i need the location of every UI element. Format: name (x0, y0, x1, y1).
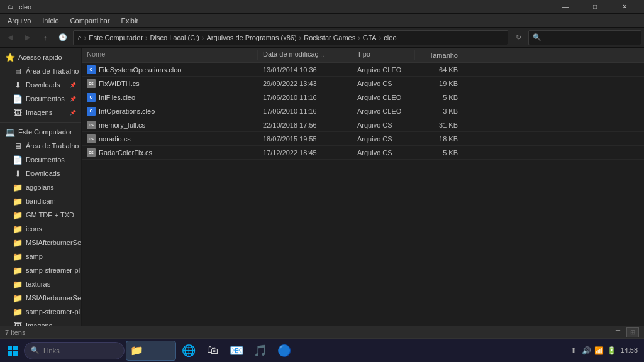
sidebar-pc-item-5[interactable]: 📁 GM TDE + TXD (0, 208, 81, 222)
breadcrumb-5[interactable]: GTA (363, 34, 377, 41)
menu-inicio[interactable]: Início (37, 16, 64, 26)
sidebar-quick-access-0[interactable]: 🖥 Área de Trabalho 📌 (0, 64, 81, 78)
sidebar-pc-item-11[interactable]: 📁 MSIAfterburnerSet (0, 291, 81, 305)
sidebar-pc-label-1: Documentos (26, 156, 65, 163)
sidebar-icon-1: ⬇ (13, 80, 23, 90)
search-box[interactable]: 🔍 (528, 30, 641, 45)
maximize-button[interactable]: □ (580, 0, 609, 14)
breadcrumb-2[interactable]: Disco Local (C:) (150, 34, 199, 41)
sidebar-pc-item-7[interactable]: 📁 MSIAfterburnerSet (0, 236, 81, 250)
tray-network-icon[interactable]: ⬆ (569, 346, 579, 356)
list-view-button[interactable]: ☰ (611, 327, 624, 337)
sidebar-pc-icon-1: 📄 (13, 155, 23, 165)
file-size-2: 5 KB (415, 94, 465, 101)
tray-wifi-icon[interactable]: 📶 (594, 346, 604, 356)
taskbar-edge-button[interactable]: 🌐 (177, 341, 200, 361)
taskbar-mail-button[interactable]: 📧 (225, 341, 248, 361)
menu-arquivo[interactable]: Arquivo (3, 16, 36, 26)
taskbar-spotify-button[interactable]: 🎵 (249, 341, 272, 361)
breadcrumb-home[interactable]: ⌂ (77, 34, 82, 41)
tray-battery-icon[interactable]: 🔋 (606, 346, 616, 356)
sidebar-pc-icon-9: 📁 (13, 265, 23, 275)
file-type-1: Arquivo CS (352, 80, 415, 87)
tray-volume-icon[interactable]: 🔊 (581, 346, 591, 356)
sidebar-label-3: Imagens (26, 109, 52, 116)
toolbar: ◀ ▶ ↑ 🕒 ⌂ › Este Computador › Disco Loca… (0, 28, 644, 48)
search-icon: 🔍 (533, 33, 541, 41)
sidebar-item-this-pc[interactable]: 💻 Este Computador (0, 125, 81, 139)
sidebar-pc-item-9[interactable]: 📁 samp-streamer-pl (0, 263, 81, 277)
file-type-icon-6: cs (87, 148, 96, 157)
col-header-name[interactable]: Nome (82, 50, 258, 60)
file-name-3: C IntOperations.cleo (82, 107, 258, 116)
pin-icon: 📌 (70, 82, 76, 88)
sidebar-pc-item-12[interactable]: 📁 samp-streamer-pl (0, 305, 81, 319)
explorer-icon: 📁 (130, 344, 143, 357)
breadcrumb-3[interactable]: Arquivos de Programas (x86) (207, 34, 297, 41)
minimize-button[interactable]: — (551, 0, 580, 14)
menu-compartilhar[interactable]: Compartilhar (65, 16, 115, 26)
sidebar-pc-item-3[interactable]: 📁 aggplans (0, 180, 81, 194)
table-row[interactable]: cs memory_full.cs 22/10/2018 17:56 Arqui… (82, 118, 644, 132)
file-name-0: C FileSystemOperations.cleo (82, 65, 258, 74)
file-type-3: Arquivo CLEO (352, 107, 415, 115)
table-row[interactable]: C FileSystemOperations.cleo 13/01/2014 1… (82, 63, 644, 77)
file-date-2: 17/06/2010 11:16 (258, 94, 352, 101)
sidebar-quick-access-3[interactable]: 🖼 Imagens 📌 (0, 106, 81, 119)
taskbar-clock[interactable]: 14:58 (620, 346, 638, 354)
col-header-size[interactable]: Tamanho (415, 52, 465, 59)
sidebar-pc-item-1[interactable]: 📄 Documentos (0, 153, 81, 167)
breadcrumb-1[interactable]: Este Computador (89, 34, 143, 41)
quick-access-icon: ⭐ (5, 52, 15, 62)
sidebar-label-1: Downloads (26, 81, 60, 89)
sidebar-pc-item-10[interactable]: 📁 texturas (0, 277, 81, 291)
sidebar-divider (0, 122, 81, 123)
address-bar[interactable]: ⌂ › Este Computador › Disco Local (C:) ›… (73, 30, 508, 45)
up-button[interactable]: ↑ (38, 30, 53, 45)
sidebar-pc-label-6: icons (26, 225, 42, 233)
sidebar-pc-icon-5: 📁 (13, 210, 23, 220)
table-row[interactable]: C IntOperations.cleo 17/06/2010 11:16 Ar… (82, 104, 644, 118)
sidebar-pc-item-4[interactable]: 📁 bandicam (0, 194, 81, 208)
grid-view-button[interactable]: ⊞ (626, 327, 639, 337)
sidebar-pc-label-4: bandicam (26, 197, 56, 205)
sidebar-quick-access-1[interactable]: ⬇ Downloads 📌 (0, 78, 81, 92)
table-row[interactable]: C IniFiles.cleo 17/06/2010 11:16 Arquivo… (82, 90, 644, 104)
sidebar-icon-3: 🖼 (13, 107, 23, 118)
file-date-4: 22/10/2018 17:56 (258, 121, 352, 129)
sidebar-pc-icon-3: 📁 (13, 182, 23, 192)
taskbar-explorer-button[interactable]: 📁 (126, 341, 176, 361)
taskbar: 🔍 Links 📁 🌐🛍📧🎵🔵 ⬆ 🔊 📶 🔋 14:58 (0, 338, 644, 362)
sidebar-item-quick-access[interactable]: ⭐ Acesso rápido (0, 50, 81, 64)
sidebar-pc-label-9: samp-streamer-pl (26, 266, 80, 274)
start-button[interactable] (3, 341, 23, 361)
menu-exibir[interactable]: Exibir (116, 16, 144, 26)
back-button[interactable]: ◀ (3, 30, 18, 45)
forward-button[interactable]: ▶ (20, 30, 35, 45)
breadcrumb-4[interactable]: Rockstar Games (304, 34, 355, 41)
status-bar: 7 itens ☰ ⊞ (0, 326, 644, 338)
table-row[interactable]: cs noradio.cs 18/07/2015 19:55 Arquivo C… (82, 132, 644, 146)
main-layout: ⭐ Acesso rápido 🖥 Área de Trabalho 📌⬇ Do… (0, 48, 644, 326)
sidebar-pc-item-6[interactable]: 📁 icons (0, 222, 81, 236)
sidebar-pc-label-8: samp (26, 253, 43, 260)
table-row[interactable]: cs RadarColorFix.cs 17/12/2022 18:45 Arq… (82, 146, 644, 160)
breadcrumb-6[interactable]: cleo (384, 34, 396, 41)
taskbar-chrome-button[interactable]: 🔵 (273, 341, 296, 361)
col-header-type[interactable]: Tipo (352, 50, 415, 60)
taskbar-search[interactable]: 🔍 Links (24, 342, 125, 359)
table-row[interactable]: cs FixWIDTH.cs 29/09/2022 13:43 Arquivo … (82, 77, 644, 90)
file-name-2: C IniFiles.cleo (82, 93, 258, 102)
sidebar-pc-item-13[interactable]: 🖼 Imagens (0, 319, 81, 326)
sidebar-pc-item-2[interactable]: ⬇ Downloads (0, 167, 81, 180)
taskbar-store-button[interactable]: 🛍 (201, 341, 224, 361)
sidebar-quick-access-2[interactable]: 📄 Documentos 📌 (0, 92, 81, 106)
menu-bar: Arquivo Início Compartilhar Exibir (0, 14, 644, 28)
sidebar-pc-item-0[interactable]: 🖥 Área de Trabalho (0, 139, 81, 153)
refresh-button[interactable]: ↻ (511, 30, 526, 45)
col-header-date[interactable]: Data de modificaç... (258, 50, 352, 60)
view-controls: ☰ ⊞ (611, 327, 639, 337)
sidebar-pc-item-8[interactable]: 📁 samp (0, 250, 81, 263)
recent-button[interactable]: 🕒 (55, 30, 70, 45)
close-button[interactable]: ✕ (610, 0, 639, 14)
